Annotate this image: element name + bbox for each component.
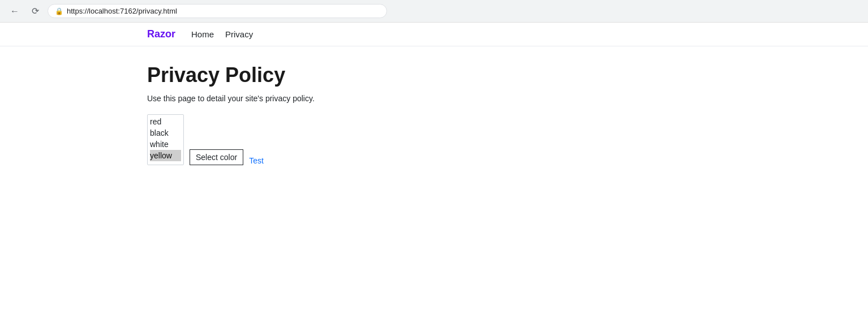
navbar-link-home[interactable]: Home <box>191 29 214 39</box>
lock-icon: 🔒 <box>55 7 63 15</box>
option-red[interactable]: red <box>150 116 181 127</box>
browser-chrome: ← ⟳ 🔒 https://localhost:7162/privacy.htm… <box>0 0 868 23</box>
option-black[interactable]: black <box>150 127 181 139</box>
address-bar: 🔒 https://localhost:7162/privacy.html <box>48 4 387 18</box>
color-select[interactable]: red black white yellow <box>147 114 184 165</box>
main-content: Privacy Policy Use this page to detail y… <box>0 46 509 165</box>
test-link[interactable]: Test <box>249 156 264 165</box>
navbar-brand[interactable]: Razor <box>147 28 175 40</box>
address-url: https://localhost:7162/privacy.html <box>67 7 177 15</box>
option-yellow[interactable]: yellow <box>150 150 181 161</box>
back-button[interactable]: ← <box>7 3 23 19</box>
refresh-button[interactable]: ⟳ <box>27 3 43 19</box>
page-title: Privacy Policy <box>147 63 509 87</box>
page-subtitle: Use this page to detail your site's priv… <box>147 94 509 103</box>
navbar: Razor Home Privacy <box>0 23 868 46</box>
select-color-button[interactable]: Select color <box>190 149 243 165</box>
page-content: Razor Home Privacy Privacy Policy Use th… <box>0 23 868 165</box>
navbar-link-privacy[interactable]: Privacy <box>225 29 253 39</box>
option-white[interactable]: white <box>150 139 181 150</box>
form-area: red black white yellow Select color Test <box>147 114 509 165</box>
